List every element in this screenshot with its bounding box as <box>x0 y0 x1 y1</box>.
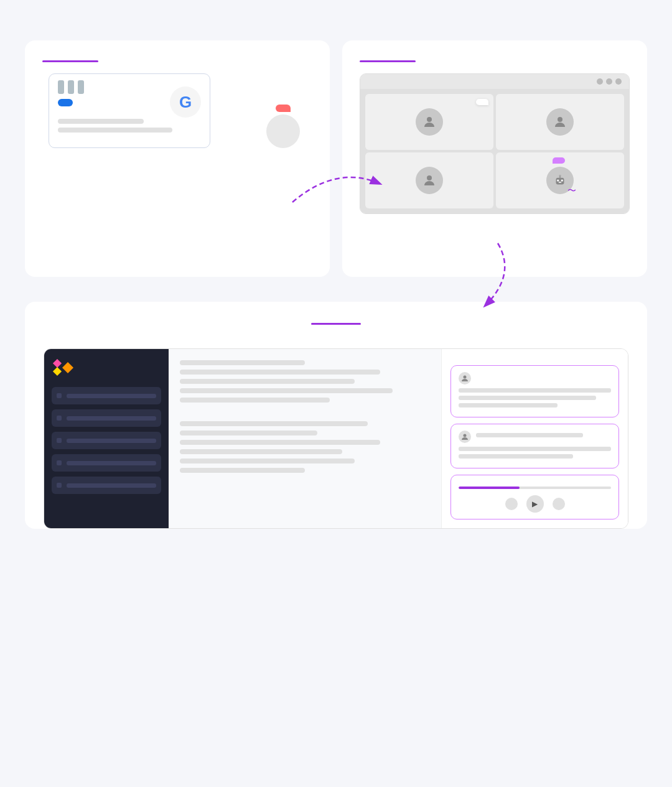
robot-cell: 〜 <box>546 167 574 194</box>
content-line-6 <box>180 421 368 426</box>
zoom-window: 〜 <box>360 73 630 214</box>
sidebar-item-2[interactable] <box>52 409 161 427</box>
transcript-line-2a <box>459 447 611 451</box>
app-main-content <box>169 349 441 528</box>
recording-progress-bar <box>459 487 611 489</box>
svg-rect-3 <box>556 178 564 185</box>
app-transcript-panel: ▶ <box>441 349 628 528</box>
content-line-1 <box>180 360 305 365</box>
transcript-card-1 <box>450 365 619 417</box>
content-line-4 <box>180 388 393 393</box>
ring3 <box>78 80 84 94</box>
step2-box: 〜 <box>342 40 647 277</box>
content-line-8 <box>180 440 380 445</box>
person-icon-3 <box>416 167 443 194</box>
content-line-3 <box>180 379 355 384</box>
content-line-2 <box>180 370 380 375</box>
zoom-cell-4: 〜 <box>496 152 624 208</box>
svg-rect-6 <box>559 182 561 183</box>
recording-progress-fill <box>459 487 520 489</box>
person-icon-1 <box>416 108 443 136</box>
transcript-card-2-header <box>459 431 611 443</box>
app-mockup: ▶ <box>44 348 628 529</box>
zoom-dot-2 <box>606 78 612 85</box>
zoom-cell-1 <box>365 94 493 150</box>
transcript-line-1b <box>459 396 596 400</box>
content-line-5 <box>180 398 330 403</box>
transcript-line-2b <box>459 454 573 459</box>
transcript-line-1a <box>459 388 611 393</box>
content-line-7 <box>180 431 317 435</box>
content-line-11 <box>180 468 305 473</box>
cal-line-2 <box>58 128 172 133</box>
robot-icon-step1 <box>266 114 300 148</box>
logo-diamonds <box>54 360 73 375</box>
transcript-user-icon-1 <box>459 372 471 384</box>
step3-underline <box>311 323 361 325</box>
svg-point-0 <box>427 117 432 122</box>
sidebar-dot-4 <box>57 460 62 465</box>
sidebar-item-3[interactable] <box>52 432 161 449</box>
calendar-event-button[interactable] <box>58 99 73 106</box>
step3-title-block <box>311 320 361 336</box>
content-block-2 <box>180 421 430 473</box>
content-line-10 <box>180 459 355 463</box>
person-icon-2 <box>546 108 574 136</box>
step2-underline <box>360 60 416 62</box>
hello-bubble <box>476 99 488 105</box>
sidebar-item-4[interactable] <box>52 454 161 472</box>
svg-point-5 <box>561 179 563 181</box>
sidebar-dot-1 <box>57 393 62 398</box>
step3-header <box>44 320 628 336</box>
sidebar-line-3 <box>67 439 156 443</box>
step1-box: G <box>25 40 330 277</box>
recording-card: ▶ <box>450 475 619 519</box>
app-sidebar <box>44 349 169 528</box>
recording-controls: ▶ <box>459 495 611 513</box>
svg-marker-9 <box>62 362 73 373</box>
svg-point-8 <box>559 175 561 177</box>
sidebar-line-2 <box>67 416 156 421</box>
zoom-dot-1 <box>597 78 603 85</box>
robot-zoom-icon: 〜 <box>546 167 574 194</box>
transcript-card-2 <box>450 424 619 468</box>
sidebar-item-1[interactable] <box>52 387 161 404</box>
sidebar-dot-5 <box>57 483 62 488</box>
sidebar-dot-3 <box>57 438 62 443</box>
svg-point-10 <box>464 376 467 379</box>
calendar-mockup: G <box>49 73 210 148</box>
transcript-user-icon-2 <box>459 431 471 443</box>
listening-bubble <box>553 157 565 164</box>
sidebar-line-4 <box>67 461 156 465</box>
sidebar-line-5 <box>67 483 156 488</box>
sidebar-line-1 <box>67 394 156 398</box>
ring2 <box>68 80 74 94</box>
zoom-dot-3 <box>615 78 622 85</box>
recording-dot-1 <box>505 498 518 510</box>
step1-underline <box>42 60 98 62</box>
zoom-cell-2 <box>496 94 624 150</box>
svg-point-1 <box>558 117 562 122</box>
calendar-container: G <box>42 73 312 148</box>
cal-line-1 <box>58 119 144 124</box>
app-logo <box>52 360 161 375</box>
recording-dot-2 <box>553 498 565 510</box>
transcript-name-line-2 <box>476 433 583 437</box>
content-line-9 <box>180 449 342 454</box>
content-spacer <box>180 411 430 421</box>
zoom-grid: 〜 <box>360 89 629 213</box>
ring1 <box>58 80 64 94</box>
svg-point-4 <box>557 179 559 181</box>
google-icon: G <box>170 86 201 118</box>
recording-play-button[interactable]: ▶ <box>526 495 544 513</box>
content-block-1 <box>180 360 430 403</box>
sidebar-dot-2 <box>57 416 62 421</box>
zoom-window-controls <box>597 78 622 85</box>
gotcha-label <box>276 105 291 112</box>
sidebar-item-5[interactable] <box>52 477 161 494</box>
zoom-cell-3 <box>365 152 493 208</box>
logo-diamond-2 <box>53 367 62 376</box>
step3-section: ▶ <box>25 302 647 529</box>
svg-point-11 <box>464 434 467 437</box>
transcript-line-1c <box>459 403 558 407</box>
